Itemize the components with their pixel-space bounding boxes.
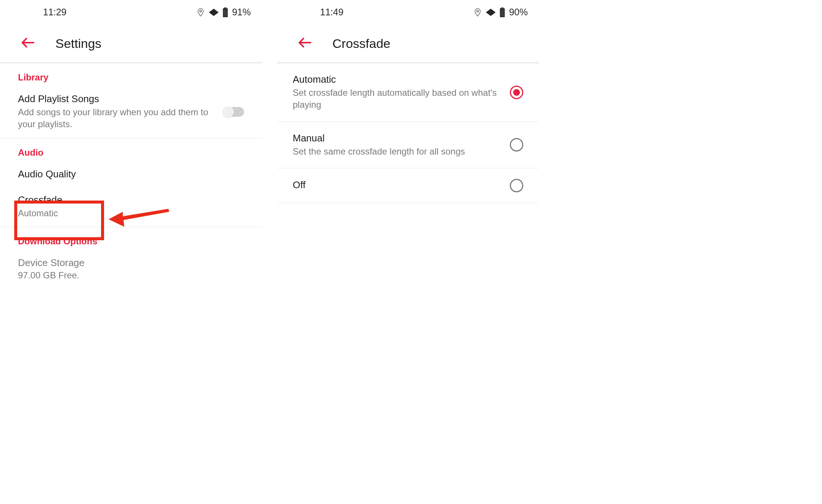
radio-text: Manual Set the same crossfade length for… (293, 132, 510, 158)
svg-point-7 (477, 10, 478, 12)
setting-crossfade[interactable]: Crossfade Automatic (0, 189, 262, 227)
page-title: Crossfade (332, 36, 390, 51)
battery-icon (499, 7, 505, 17)
settings-content: Library Add Playlist Songs Add songs to … (0, 63, 262, 288)
setting-audio-quality[interactable]: Audio Quality (0, 163, 262, 189)
toggle-knob (223, 106, 234, 117)
crossfade-screen: 11:49 90% Crossfade Automatic Set crossf… (277, 0, 539, 504)
setting-title: Add Playlist Songs (18, 93, 212, 105)
status-time: 11:29 (43, 7, 67, 18)
svg-rect-10 (500, 9, 505, 16)
radio-button-manual[interactable] (510, 138, 523, 152)
option-off[interactable]: Off (277, 168, 539, 203)
setting-subtitle: Automatic (18, 207, 233, 219)
back-arrow-icon[interactable] (21, 36, 35, 51)
radio-button-automatic[interactable] (510, 86, 523, 99)
crossfade-options: Automatic Set crossfade length automatic… (277, 63, 539, 203)
settings-screen: 11:29 91% Settings Library Add Playlist … (0, 0, 262, 504)
wifi-icon (209, 8, 219, 16)
battery-percent: 91% (232, 7, 251, 18)
app-bar: Settings (0, 24, 262, 63)
storage-title: Device Storage (0, 252, 262, 269)
add-playlist-toggle[interactable] (223, 107, 244, 117)
radio-text: Automatic Set crossfade length automatic… (293, 74, 510, 111)
option-automatic[interactable]: Automatic Set crossfade length automatic… (277, 63, 539, 122)
battery-percent: 90% (509, 7, 528, 18)
svg-point-0 (200, 10, 201, 12)
setting-title: Audio Quality (18, 168, 233, 180)
radio-text: Off (293, 179, 510, 192)
radio-subtitle: Set the same crossfade length for all so… (293, 146, 499, 158)
setting-title: Crossfade (18, 194, 233, 206)
section-audio-header: Audio (0, 138, 262, 163)
radio-button-off[interactable] (510, 179, 523, 192)
location-icon (196, 7, 205, 17)
svg-rect-8 (501, 7, 504, 8)
status-bar: 11:49 90% (277, 0, 539, 24)
wifi-icon (486, 8, 496, 16)
radio-dot (513, 89, 520, 96)
setting-subtitle: Add songs to your library when you add t… (18, 106, 212, 131)
storage-subtitle: 97.00 GB Free. (0, 270, 262, 288)
setting-text: Add Playlist Songs Add songs to your lib… (18, 93, 223, 131)
section-library-header: Library (0, 63, 262, 88)
setting-text: Audio Quality (18, 168, 244, 181)
status-indicators: 90% (473, 7, 528, 18)
setting-text: Crossfade Automatic (18, 194, 244, 219)
battery-icon (222, 7, 228, 17)
status-time: 11:49 (320, 7, 344, 18)
radio-title: Automatic (293, 74, 499, 85)
svg-rect-3 (223, 9, 228, 16)
page-title: Settings (55, 36, 101, 51)
location-icon (473, 7, 482, 17)
status-bar: 11:29 91% (0, 0, 262, 24)
svg-rect-1 (224, 7, 227, 8)
app-bar: Crossfade (277, 24, 539, 63)
option-manual[interactable]: Manual Set the same crossfade length for… (277, 122, 539, 168)
section-download-header: Download Options (0, 227, 262, 252)
setting-add-playlist-songs[interactable]: Add Playlist Songs Add songs to your lib… (0, 88, 262, 138)
status-indicators: 91% (196, 7, 251, 18)
radio-title: Off (293, 179, 499, 191)
back-arrow-icon[interactable] (298, 36, 312, 51)
radio-subtitle: Set crossfade length automatically based… (293, 87, 499, 111)
radio-title: Manual (293, 132, 499, 144)
